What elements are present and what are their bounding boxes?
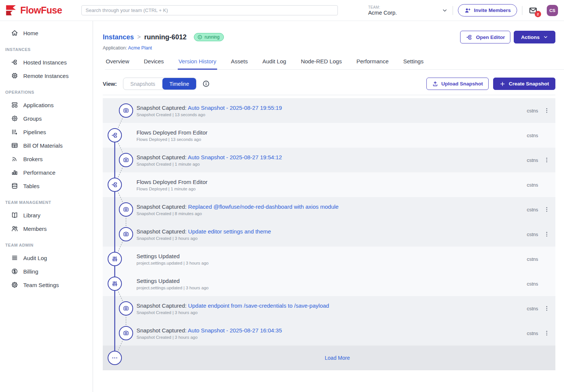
view-label: View: xyxy=(103,81,117,87)
snapshot-name-link[interactable]: Auto Snapshot - 2025-08-27 19:54:12 xyxy=(188,154,282,160)
brand-name: FlowFuse xyxy=(20,5,62,16)
tab-devices[interactable]: Devices xyxy=(143,57,165,70)
snapshot-name-link[interactable]: Update endpoint from /save-credentials t… xyxy=(188,302,329,309)
avatar[interactable]: CS xyxy=(547,5,558,16)
apps-icon xyxy=(11,101,18,109)
camera-icon xyxy=(119,153,133,167)
tab-version-history[interactable]: Version History xyxy=(178,57,217,70)
status-badge-label: running xyxy=(204,34,219,40)
timeline-list: Snapshot Captured: Auto Snapshot - 2025-… xyxy=(103,98,555,370)
toggle-timeline[interactable]: Timeline xyxy=(162,78,196,90)
bom-icon xyxy=(11,142,18,149)
avatar-initials: CS xyxy=(549,8,555,13)
sidebar-item-label: Performance xyxy=(23,169,56,176)
app-window: FlowFuse TEAM: Acme Corp. Invite Members xyxy=(0,0,564,392)
timeline-row: Flows Deployed From EditorFlows Deployed… xyxy=(103,123,555,148)
timeline-event-meta: Snapshot Created | 13 seconds ago xyxy=(136,112,527,117)
sidebar-item-pipelines[interactable]: Pipelines xyxy=(0,125,93,139)
divider xyxy=(103,95,555,95)
breadcrumb-instances-link[interactable]: Instances xyxy=(103,33,134,41)
performance-icon xyxy=(11,169,18,176)
upload-snapshot-label: Upload Snapshot xyxy=(441,81,483,87)
sidebar-item-team-settings[interactable]: Team Settings xyxy=(0,278,93,292)
tab-settings[interactable]: Settings xyxy=(402,57,424,70)
sidebar-item-brokers[interactable]: Brokers xyxy=(0,152,93,166)
sidebar-item-audit-log[interactable]: Audit Log xyxy=(0,251,93,265)
snapshot-name-link[interactable]: Auto Snapshot - 2025-08-27 16:04:35 xyxy=(188,327,282,334)
timeline-row: Snapshot Captured: Auto Snapshot - 2025-… xyxy=(103,321,555,346)
application-line: Application: Acme Plant xyxy=(103,45,555,51)
flowfuse-logo-icon xyxy=(6,5,17,15)
camera-icon xyxy=(119,301,133,316)
sidebar-item-label: Members xyxy=(23,226,47,232)
sidebar-item-bill-of-materials[interactable]: Bill Of Materials xyxy=(0,139,93,152)
sidebar-item-label: Library xyxy=(23,212,40,218)
application-label: Application: xyxy=(103,45,127,51)
snapshot-name-link[interactable]: Update editor settings and theme xyxy=(188,228,271,235)
tab-audit-log[interactable]: Audit Log xyxy=(262,57,287,70)
sidebar-section-label: TEAM ADMIN xyxy=(0,243,93,247)
timeline-event-title: Snapshot Captured: xyxy=(136,302,186,309)
sidebar: HomeINSTANCESHosted InstancesRemote Inst… xyxy=(0,21,93,392)
toggle-snapshots[interactable]: Snapshots xyxy=(123,78,162,90)
chevron-down-icon xyxy=(442,7,448,13)
node-red-editor-icon xyxy=(466,34,473,41)
sidebar-item-label: Pipelines xyxy=(23,129,46,135)
timeline-event-title: Snapshot Captured: xyxy=(136,203,186,210)
snapshot-name-link[interactable]: Auto Snapshot - 2025-08-27 19:55:19 xyxy=(188,105,282,111)
kebab-menu-icon[interactable] xyxy=(538,197,555,222)
chevron-down-icon xyxy=(543,34,548,40)
flowfuse-logo[interactable]: FlowFuse xyxy=(6,5,62,16)
sidebar-item-label: Billing xyxy=(23,268,38,275)
timeline-event-title: Snapshot Captured: xyxy=(136,105,186,111)
sidebar-item-label: Audit Log xyxy=(23,255,47,261)
create-snapshot-label: Create Snapshot xyxy=(509,81,549,87)
info-icon[interactable] xyxy=(202,80,210,88)
load-more-link[interactable]: Load More xyxy=(136,355,538,361)
tab-node-red-logs[interactable]: Node-RED Logs xyxy=(300,57,342,70)
open-editor-button[interactable]: Open Editor xyxy=(460,31,510,43)
sidebar-item-performance[interactable]: Performance xyxy=(0,166,93,179)
actions-button[interactable]: Actions xyxy=(514,31,555,43)
timeline-user: cstns xyxy=(527,108,538,114)
search-input[interactable] xyxy=(81,5,338,15)
sidebar-item-hosted-instances[interactable]: Hosted Instances xyxy=(0,55,93,69)
sidebar-item-groups[interactable]: Groups xyxy=(0,112,93,125)
timeline-event-meta: project.settings.updated | 3 hours ago xyxy=(136,286,527,290)
kebab-menu-icon[interactable] xyxy=(538,321,555,346)
sidebar-item-label: Team Settings xyxy=(23,282,59,288)
application-link[interactable]: Acme Plant xyxy=(128,45,152,51)
home-icon xyxy=(11,29,18,37)
timeline-row: Flows Deployed From EditorFlows Deployed… xyxy=(103,172,555,197)
team-selector[interactable]: TEAM: Acme Corp. xyxy=(368,5,448,16)
sidebar-item-tables[interactable]: Tables xyxy=(0,179,93,193)
sidebar-item-members[interactable]: Members xyxy=(0,222,93,235)
dots-icon xyxy=(108,351,122,365)
snapshot-name-link[interactable]: Replaced @flowfuse/node-red-dashboard wi… xyxy=(188,203,339,210)
sidebar-item-billing[interactable]: Billing xyxy=(0,265,93,278)
sidebar-item-applications[interactable]: Applications xyxy=(0,98,93,112)
sidebar-item-home[interactable]: Home xyxy=(0,26,93,40)
upload-snapshot-button[interactable]: Upload Snapshot xyxy=(426,78,489,90)
sidebar-item-library[interactable]: Library xyxy=(0,208,93,222)
kebab-menu-icon[interactable] xyxy=(538,296,555,321)
sidebar-item-remote-instances[interactable]: Remote Instances xyxy=(0,69,93,82)
timeline-event-meta: Flows Deployed | 13 seconds ago xyxy=(136,137,527,142)
kebab-menu-icon[interactable] xyxy=(538,148,555,172)
tab-assets[interactable]: Assets xyxy=(230,57,249,70)
sidebar-item-label: Home xyxy=(23,30,38,36)
gear-icon xyxy=(11,281,18,289)
upload-icon xyxy=(432,81,438,87)
timeline-user: cstns xyxy=(527,281,538,287)
tab-performance[interactable]: Performance xyxy=(356,57,389,70)
invite-members-label: Invite Members xyxy=(474,7,511,13)
tab-overview[interactable]: Overview xyxy=(105,57,130,70)
create-snapshot-button[interactable]: Create Snapshot xyxy=(493,78,555,90)
invite-members-button[interactable]: Invite Members xyxy=(458,4,517,16)
timeline-event-meta: Snapshot Created | 1 minute ago xyxy=(136,162,527,166)
kebab-menu-icon[interactable] xyxy=(538,222,555,247)
library-icon xyxy=(11,211,18,219)
kebab-menu-icon[interactable] xyxy=(538,98,555,123)
sliders-icon xyxy=(108,277,122,291)
notifications-button[interactable]: 2 xyxy=(528,6,538,15)
